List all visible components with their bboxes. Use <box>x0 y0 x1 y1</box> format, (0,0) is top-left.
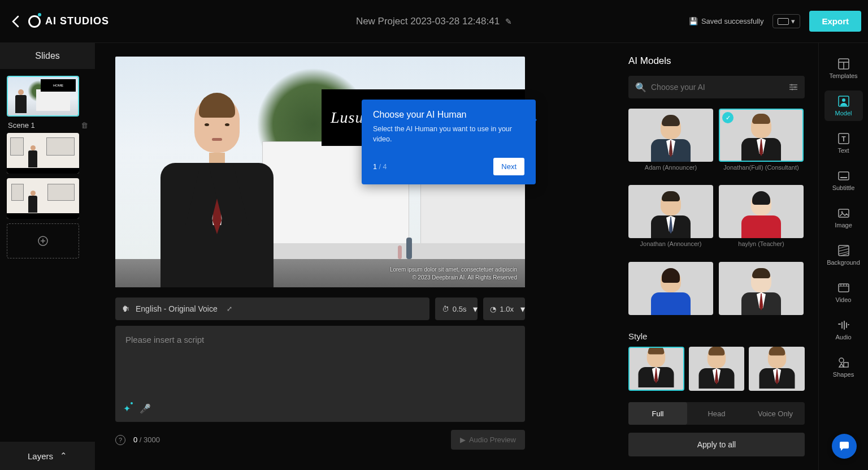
canvas-area: Lusury HOME Lorem ipsum dolor sit amet, … <box>95 43 615 470</box>
watermark: Lorem ipsum dolor sit amet, consectetuer… <box>390 266 517 282</box>
script-textarea[interactable]: Please insert a script ✦ 🎤 <box>115 326 525 422</box>
style-title: Style <box>628 331 805 341</box>
model-card[interactable]: Adam (Announcer) <box>628 109 713 178</box>
app-header: AI STUDIOS New Project 2023-03-28 12:48:… <box>0 0 868 43</box>
svg-rect-9 <box>839 172 849 180</box>
tool-rail: Templates Model T Text Subtittle Image B… <box>818 43 868 470</box>
chevron-left-icon <box>11 15 19 28</box>
panel-title: AI Models <box>628 55 805 67</box>
tooltip-title: Choose your AI Human <box>373 110 524 120</box>
tool-image[interactable]: Image <box>824 202 863 233</box>
audio-preview-button[interactable]: ▶ Audio Preview <box>451 430 525 450</box>
slides-panel: Slides HOME Scene 1 🗑 <box>0 43 95 470</box>
style-card[interactable] <box>689 347 745 391</box>
model-search[interactable]: 🔍 <box>628 76 805 98</box>
text-icon: T <box>837 132 850 145</box>
svg-point-6 <box>842 98 845 102</box>
model-card[interactable] <box>628 262 713 325</box>
subtitle-icon <box>837 170 850 182</box>
apply-all-button[interactable]: Apply to all <box>628 433 805 456</box>
gauge-icon: ◔ <box>490 305 496 313</box>
help-button[interactable]: ? <box>115 435 125 445</box>
speed-control[interactable]: ◔1.0x ▾ <box>483 297 525 320</box>
save-status: 💾 Saved successfully <box>689 17 764 25</box>
model-card[interactable]: haylyn (Teacher) <box>719 185 804 255</box>
chat-button[interactable] <box>832 434 857 459</box>
view-tab-full[interactable]: Full <box>628 402 687 425</box>
voice-selector[interactable]: 🗣 English - Original Voice ⤢ <box>115 297 429 320</box>
svg-point-15 <box>839 358 844 363</box>
style-card[interactable] <box>628 347 684 391</box>
play-icon: ▶ <box>460 435 466 444</box>
onboarding-tooltip: Choose your AI Human Select the AI Human… <box>362 100 536 184</box>
templates-icon <box>837 58 850 70</box>
logo-text: AI STUDIOS <box>45 15 109 27</box>
add-slide-button[interactable] <box>7 223 79 258</box>
mic-button[interactable]: 🎤 <box>140 403 151 414</box>
chevron-up-icon: ⌃ <box>60 451 67 461</box>
ai-assist-button[interactable]: ✦ <box>123 403 131 414</box>
chat-icon <box>839 441 850 452</box>
device-toggle[interactable]: ▾ <box>772 14 800 28</box>
monitor-icon <box>778 18 789 25</box>
filter-button[interactable] <box>789 83 798 91</box>
layers-toggle[interactable]: Layers ⌃ <box>0 442 95 470</box>
slide-thumb[interactable] <box>7 178 79 219</box>
tool-subtitle[interactable]: Subtittle <box>824 165 863 196</box>
model-icon <box>837 95 850 107</box>
svg-point-1 <box>791 84 793 86</box>
video-icon <box>837 282 850 294</box>
svg-text:T: T <box>841 135 846 143</box>
svg-point-3 <box>792 89 793 90</box>
tool-background[interactable]: Background <box>824 240 863 270</box>
delete-slide-button[interactable]: 🗑 <box>81 121 88 130</box>
shapes-icon <box>837 356 850 369</box>
tooltip-step-count: 1 / 4 <box>373 163 387 171</box>
edit-icon[interactable]: ✎ <box>505 17 512 26</box>
slides-title: Slides <box>0 43 95 69</box>
image-icon <box>837 207 850 219</box>
tool-audio[interactable]: Audio <box>824 314 863 345</box>
project-title[interactable]: New Project 2023-03-28 12:48:41 ✎ <box>356 16 512 27</box>
chevron-down-icon[interactable]: ▾ <box>520 304 525 314</box>
tool-video[interactable]: Video <box>824 277 863 308</box>
voice-icon: 🗣 <box>122 304 130 313</box>
export-button[interactable]: Export <box>809 11 861 32</box>
tool-text[interactable]: T Text <box>824 128 863 158</box>
app-logo: AI STUDIOS <box>28 15 109 28</box>
time-control[interactable]: ⏱0.5s ▾ <box>435 297 478 320</box>
tool-templates[interactable]: Templates <box>824 53 863 84</box>
script-placeholder: Please insert a script <box>125 335 204 344</box>
view-tab-head[interactable]: Head <box>687 402 746 425</box>
slide-thumb[interactable] <box>7 133 79 174</box>
svg-rect-10 <box>840 177 847 178</box>
char-count: 0 / 3000 <box>133 435 160 444</box>
chevron-down-icon: ▾ <box>791 17 795 25</box>
check-icon: ✓ <box>722 112 734 123</box>
clock-icon: ⏱ <box>442 305 449 313</box>
ai-models-panel: AI Models 🔍 Adam (Announcer) ✓ Jonathan(… <box>615 43 818 470</box>
slides-list: HOME Scene 1 🗑 <box>0 69 95 442</box>
style-card[interactable] <box>749 347 805 391</box>
view-tab-voice[interactable]: Voice Only <box>746 402 805 425</box>
search-icon: 🔍 <box>635 82 646 93</box>
tooltip-body: Select the AI Human you want to use in y… <box>373 124 524 144</box>
chevron-down-icon[interactable]: ▾ <box>473 304 478 314</box>
slide-thumb[interactable]: HOME <box>7 76 79 117</box>
ai-presenter[interactable] <box>160 96 274 287</box>
view-tabs: Full Head Voice Only <box>628 402 805 425</box>
scene-label: Scene 1 <box>8 121 35 130</box>
search-input[interactable] <box>651 83 789 92</box>
save-icon: 💾 <box>689 17 698 25</box>
background-icon <box>837 244 850 257</box>
expand-icon: ⤢ <box>227 305 232 313</box>
svg-point-2 <box>795 87 796 88</box>
model-card[interactable] <box>719 262 804 325</box>
model-card[interactable]: Jonathan (Announcer) <box>628 185 713 255</box>
plus-icon <box>38 236 48 246</box>
tool-model[interactable]: Model <box>824 90 863 121</box>
tool-shapes[interactable]: Shapes <box>824 352 863 382</box>
model-card[interactable]: ✓ Jonathan(Full) (Consultant) <box>719 109 804 178</box>
back-button[interactable] <box>7 13 24 30</box>
tooltip-next-button[interactable]: Next <box>493 158 524 175</box>
